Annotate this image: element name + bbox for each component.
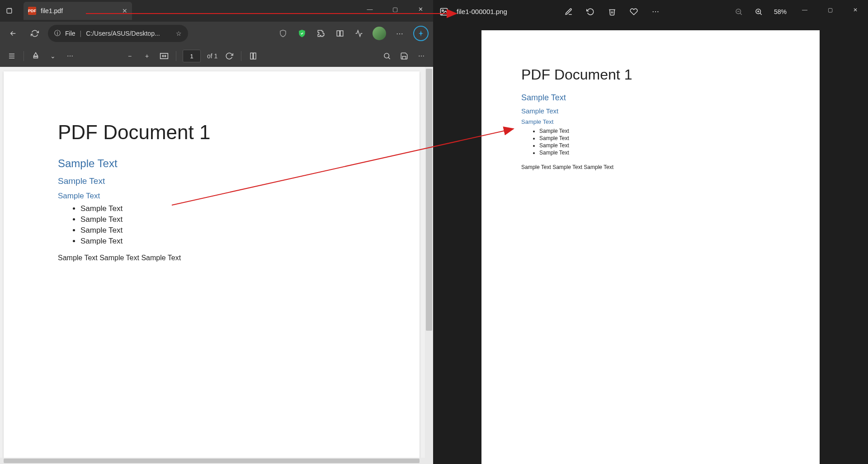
rotate-icon[interactable] — [224, 51, 235, 61]
png-image-content: PDF Document 1 Sample Text Sample Text S… — [481, 30, 820, 464]
copilot-button[interactable] — [413, 26, 429, 41]
fit-width-icon[interactable] — [159, 51, 170, 61]
extensions-icon[interactable] — [316, 28, 326, 39]
list-item: Sample Text — [80, 204, 365, 213]
window-controls: — ▢ ✕ — [357, 0, 433, 18]
edit-icon[interactable] — [564, 7, 573, 16]
scroll-thumb[interactable] — [426, 69, 432, 331]
browser-window: PDF file1.pdf ✕ — ▢ ✕ ⓘ File | C:/Users/… — [0, 0, 433, 464]
search-icon[interactable] — [382, 51, 392, 61]
photos-window: file1-000001.png ⋯ 58% — [433, 0, 868, 464]
photos-zoom-controls: 58% — [734, 7, 787, 16]
page-total-label: of 1 — [207, 52, 217, 60]
performance-icon[interactable] — [354, 28, 364, 39]
delete-icon[interactable] — [608, 7, 617, 16]
tracking-shield-icon[interactable] — [278, 28, 288, 39]
svg-rect-0 — [7, 9, 12, 14]
heading-h4: Sample Text — [521, 118, 780, 125]
profile-avatar[interactable] — [373, 27, 386, 40]
svg-rect-1 — [337, 31, 340, 36]
zoom-out-icon[interactable] — [734, 7, 743, 16]
image-icon — [439, 7, 448, 16]
url-path: C:/Users/ASUS/Desktop... — [86, 30, 160, 37]
address-bar[interactable]: ⓘ File | C:/Users/ASUS/Desktop... ☆ — [48, 25, 188, 42]
highlight-icon[interactable] — [30, 51, 41, 61]
more-menu-icon[interactable]: ⋯ — [651, 7, 660, 16]
heading-h2: Sample Text — [521, 93, 780, 103]
paragraph-text: Sample Text Sample Text Sample Text — [521, 164, 780, 170]
more-tools-icon[interactable]: ⋯ — [65, 51, 75, 61]
tab-title: file1.pdf — [41, 7, 63, 14]
tab-actions-button[interactable] — [0, 2, 20, 20]
toolbar-more-icon[interactable]: ⋯ — [416, 51, 427, 61]
photos-action-toolbar: ⋯ — [564, 7, 660, 16]
svg-point-11 — [442, 9, 443, 11]
scroll-thumb[interactable] — [4, 459, 420, 463]
rotate-icon[interactable] — [586, 7, 595, 16]
zoom-level-label: 58% — [774, 8, 787, 15]
list-item: Sample Text — [80, 237, 365, 246]
list-item: Sample Text — [539, 150, 780, 156]
pdf-file-icon: PDF — [28, 7, 36, 15]
pdf-toolbar: ⌄ ⋯ − + of 1 ⋯ — [0, 45, 433, 67]
browser-titlebar: PDF file1.pdf ✕ — ▢ ✕ — [0, 0, 433, 22]
browser-toolbar: ⓘ File | C:/Users/ASUS/Desktop... ☆ ⋯ — [0, 22, 433, 45]
pdf-page: PDF Document 1 Sample Text Sample Text S… — [4, 71, 420, 464]
separator — [24, 51, 24, 61]
back-button[interactable] — [5, 25, 22, 42]
minimize-button[interactable]: — — [357, 0, 382, 18]
separator — [241, 51, 241, 61]
zoom-in-icon[interactable] — [754, 7, 763, 16]
chevron-down-icon[interactable]: ⌄ — [47, 51, 58, 61]
page-view-icon[interactable] — [248, 51, 259, 61]
maximize-button[interactable]: ▢ — [817, 0, 843, 20]
svg-rect-2 — [340, 31, 343, 36]
refresh-button[interactable] — [26, 25, 43, 42]
photos-viewport[interactable]: PDF Document 1 Sample Text Sample Text S… — [433, 23, 868, 464]
contents-toggle-icon[interactable] — [6, 51, 17, 61]
browser-tab[interactable]: PDF file1.pdf ✕ — [24, 2, 132, 20]
vertical-scrollbar[interactable] — [425, 67, 433, 464]
document-title: PDF Document 1 — [521, 66, 780, 83]
maximize-button[interactable]: ▢ — [382, 0, 408, 18]
heading-h2: Sample Text — [58, 157, 365, 170]
horizontal-scrollbar[interactable] — [0, 458, 433, 464]
info-icon: ⓘ — [54, 29, 61, 37]
photos-window-controls: — ▢ ✕ — [792, 0, 868, 20]
list-item: Sample Text — [80, 226, 365, 235]
heading-h3: Sample Text — [58, 176, 365, 186]
more-menu-icon[interactable]: ⋯ — [394, 28, 405, 39]
document-title: PDF Document 1 — [58, 121, 365, 144]
close-button[interactable]: ✕ — [843, 0, 868, 20]
collections-icon[interactable] — [335, 28, 345, 39]
photos-titlebar: file1-000001.png ⋯ 58% — [433, 0, 868, 23]
list-item: Sample Text — [539, 142, 780, 149]
list-item: Sample Text — [539, 135, 780, 141]
bullet-list: Sample Text Sample Text Sample Text Samp… — [80, 204, 365, 246]
heading-h3: Sample Text — [521, 107, 780, 115]
photos-filename: file1-000001.png — [457, 8, 507, 15]
security-shield-icon[interactable] — [297, 28, 307, 39]
zoom-out-button[interactable]: − — [124, 51, 135, 61]
svg-rect-8 — [254, 53, 256, 59]
favorite-star-icon[interactable]: ☆ — [176, 30, 182, 37]
favorite-heart-icon[interactable] — [629, 7, 638, 16]
minimize-button[interactable]: — — [792, 0, 817, 20]
svg-rect-7 — [250, 53, 253, 59]
heading-h4: Sample Text — [58, 192, 365, 201]
tab-close-button[interactable]: ✕ — [122, 7, 127, 14]
close-button[interactable]: ✕ — [408, 0, 433, 18]
page-number-input[interactable] — [183, 50, 201, 62]
paragraph-text: Sample Text Sample Text Sample Text — [58, 254, 365, 262]
zoom-in-button[interactable]: + — [142, 51, 152, 61]
list-item: Sample Text — [80, 215, 365, 224]
save-icon[interactable] — [399, 51, 410, 61]
browser-extensions: ⋯ — [278, 26, 429, 41]
separator — [176, 51, 176, 61]
pdf-viewport[interactable]: PDF Document 1 Sample Text Sample Text S… — [0, 67, 433, 464]
bullet-list: Sample Text Sample Text Sample Text Samp… — [539, 128, 780, 156]
list-item: Sample Text — [539, 128, 780, 134]
svg-point-9 — [384, 53, 389, 58]
separator: | — [80, 30, 82, 37]
url-scheme: File — [65, 30, 75, 37]
